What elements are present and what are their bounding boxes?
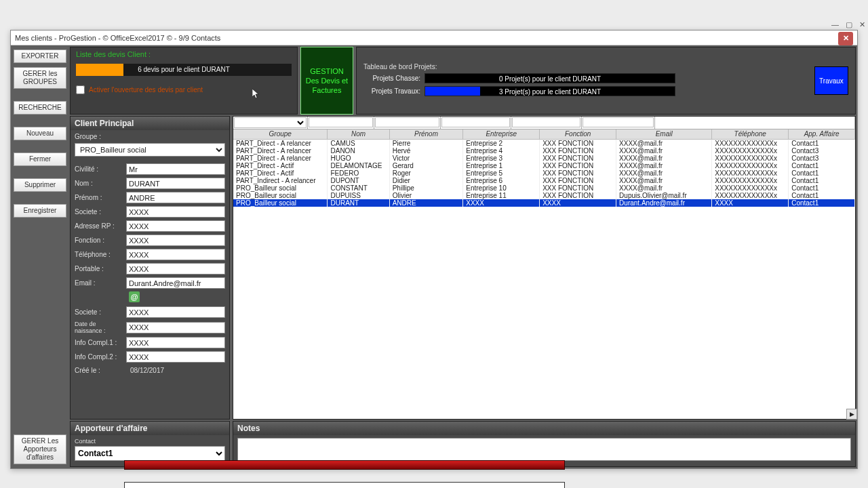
fermer-button[interactable]: Fermer — [14, 152, 66, 166]
groupe-select[interactable]: PRO_Bailleur social — [75, 143, 225, 157]
banner-overlay-white — [124, 482, 565, 488]
groupe-label: Groupe : — [75, 133, 126, 140]
societe-input[interactable] — [126, 206, 225, 218]
nom-label: Nom : — [75, 180, 123, 187]
client-panel-title: Client Principal — [71, 117, 229, 130]
info1-input[interactable] — [126, 337, 225, 348]
column-header[interactable]: Email — [616, 129, 712, 139]
apporteur-contact-select[interactable]: Contact1 — [75, 446, 225, 461]
fonction-input[interactable] — [126, 235, 225, 246]
cree-label: Créé le : — [75, 367, 126, 374]
gerer-groupes-button[interactable]: GERER les GROUPES — [14, 67, 66, 89]
table-row[interactable]: PART_Direct - A relancerDANONHervéEntrep… — [233, 147, 855, 155]
window-title: Mes clients - ProGestion - © OfficeExcel… — [15, 30, 220, 45]
dashboard-panel: Tableau de bord Projets: Projets Chasse:… — [356, 47, 856, 115]
filter-fonction-input[interactable] — [512, 117, 580, 127]
table-row[interactable]: PART_Direct - ActifDELAMONTAGEGerardEntr… — [233, 162, 855, 169]
notes-panel-title: Notes — [233, 422, 855, 435]
naissance-label: Date de naissance : — [75, 321, 123, 334]
devis-panel: Liste des devis Client : 6 devis pour le… — [70, 47, 298, 115]
gestion-devis-button[interactable]: GESTION Des Devis et Factures — [300, 47, 353, 115]
naissance-input[interactable] — [126, 322, 225, 333]
table-row[interactable]: PRO_Bailleur socialCONSTANTPhillipeEntre… — [233, 184, 855, 192]
column-header[interactable]: Prénom — [389, 129, 463, 139]
activate-devis-checkbox[interactable] — [76, 85, 85, 94]
supprimer-button[interactable]: Supprimer — [14, 178, 66, 192]
civilite-input[interactable] — [126, 163, 225, 175]
telephone-input[interactable] — [126, 249, 225, 260]
column-header[interactable]: Nom — [328, 129, 389, 139]
contacts-table[interactable]: GroupeNomPrénomEntrepriseFonctionEmailTé… — [233, 129, 855, 207]
filter-email-input[interactable] — [583, 117, 654, 127]
column-header[interactable]: App. Affaire — [789, 129, 855, 139]
civilite-label: Civilité : — [75, 165, 123, 173]
cree-value: 08/12/2017 — [130, 367, 164, 374]
devis-progress[interactable]: 6 devis pour le client DURANT — [76, 64, 292, 76]
societe2-input[interactable] — [126, 306, 225, 318]
projets-travaux-bar[interactable]: 3 Projet(s) pour le client DURANT — [425, 86, 675, 96]
table-row[interactable]: PRO_Bailleur socialDUPUISSOlivierEntrepr… — [233, 192, 855, 199]
close-icon[interactable]: ✕ — [838, 32, 853, 45]
filter-entreprise-input[interactable] — [441, 117, 510, 127]
filter-nom-input[interactable] — [309, 117, 373, 127]
prenom-input[interactable] — [126, 192, 225, 203]
table-row[interactable]: PRO_Bailleur socialDURANTANDREXXXXXXXXDu… — [233, 199, 855, 207]
email-input[interactable] — [126, 277, 225, 289]
info1-label: Info Compl.1 : — [75, 339, 123, 346]
grid-filter-row — [233, 117, 855, 129]
contacts-grid-panel: GroupeNomPrénomEntrepriseFonctionEmailTé… — [233, 116, 856, 420]
filter-groupe-select[interactable] — [234, 117, 307, 128]
exporter-button[interactable]: EXPORTER — [14, 49, 66, 63]
apporteur-panel-title: Apporteur d'affaire — [71, 422, 229, 435]
travaux-button[interactable]: Travaux — [814, 66, 848, 95]
adresse-label: Adresse RP : — [75, 222, 123, 230]
devis-title: Liste des devis Client : — [76, 50, 292, 58]
filter-prenom-input[interactable] — [375, 117, 439, 127]
banner-overlay-red — [124, 460, 565, 470]
nouveau-button[interactable]: Nouveau — [14, 127, 66, 140]
table-row[interactable]: PART_Direct - A relancerHUGOVictorEntrep… — [233, 155, 855, 162]
nom-input[interactable] — [126, 178, 225, 189]
telephone-label: Téléphone : — [75, 251, 123, 258]
info2-label: Info Compl.2 : — [75, 353, 123, 361]
bg-close: ✕ — [859, 20, 865, 29]
notes-textarea[interactable] — [237, 438, 851, 461]
left-toolbar: EXPORTER GERER les GROUPES RECHERCHE Nou… — [12, 47, 68, 467]
devis-progress-text: 6 devis pour le client DURANT — [76, 64, 292, 76]
email-label: Email : — [75, 279, 123, 287]
projets-travaux-text: 3 Projet(s) pour le client DURANT — [425, 87, 675, 96]
projets-chasse-label: Projets Chasse: — [363, 75, 420, 82]
client-panel: Client Principal Groupe : PRO_Bailleur s… — [70, 116, 230, 420]
fonction-label: Fonction : — [75, 237, 123, 244]
gerer-apporteurs-button[interactable]: GERER Les Apporteurs d'affaires — [14, 434, 66, 464]
portable-label: Portable : — [75, 265, 123, 272]
column-header[interactable]: Téléphone — [712, 129, 789, 139]
email-at-icon[interactable]: @ — [129, 291, 140, 302]
dashboard-title: Tableau de bord Projets: — [363, 63, 675, 70]
apporteur-contact-label: Contact — [75, 438, 225, 445]
recherche-button[interactable]: RECHERCHE — [14, 101, 66, 115]
column-header[interactable]: Fonction — [540, 129, 616, 139]
prenom-label: Prénom : — [75, 194, 123, 201]
titlebar: Mes clients - ProGestion - © OfficeExcel… — [11, 30, 857, 45]
column-header[interactable]: Entreprise — [463, 129, 540, 139]
adresse-input[interactable] — [126, 220, 225, 232]
activate-devis-label: Activer l'ouverture des devis par client — [89, 86, 203, 94]
info2-input[interactable] — [126, 351, 225, 363]
table-row[interactable]: PART_Direct - ActifFEDERORogerEntreprise… — [233, 169, 855, 177]
table-row[interactable]: PART_Indirect - A relancerDUPONTDidierEn… — [233, 177, 855, 184]
societe-label: Societe : — [75, 208, 123, 216]
portable-input[interactable] — [126, 263, 225, 274]
enregistrer-button[interactable]: Enregistrer — [14, 204, 66, 218]
projets-chasse-text: 0 Projet(s) pour le client DURANT — [425, 74, 675, 83]
societe2-label: Societe : — [75, 308, 123, 316]
column-header[interactable]: Groupe — [233, 129, 328, 139]
table-row[interactable]: PART_Direct - A relancerCAMUSPierreEntre… — [233, 139, 855, 147]
projets-travaux-label: Projets Travaux: — [363, 87, 420, 95]
scroll-right-button[interactable]: ▶ — [846, 409, 857, 420]
projets-chasse-bar[interactable]: 0 Projet(s) pour le client DURANT — [425, 73, 675, 83]
bg-minimize: — — [831, 20, 839, 29]
bg-maximize: ▢ — [846, 20, 852, 29]
